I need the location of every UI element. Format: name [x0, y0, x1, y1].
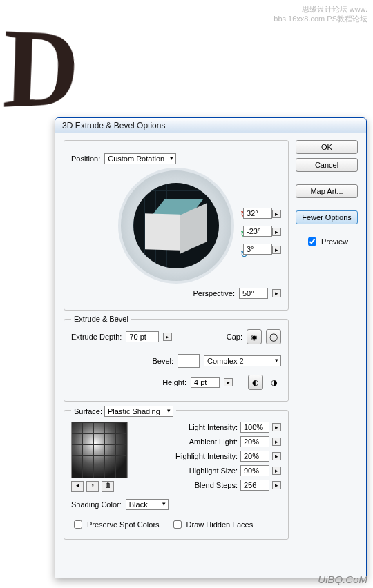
position-label: Position:: [71, 155, 100, 163]
shading-label: Shading Color:: [71, 500, 122, 509]
height-label: Height:: [162, 378, 186, 386]
rotation-preview[interactable]: [118, 168, 234, 284]
ambient-input[interactable]: 20%: [240, 436, 269, 447]
li-label: Light Intensity:: [189, 423, 238, 431]
light-intensity-input[interactable]: 100%: [240, 422, 269, 433]
depth-label: Extrude Depth:: [71, 333, 122, 341]
hli-label: Highlight Intensity:: [175, 452, 238, 460]
preserve-spot-checkbox[interactable]: Preserve Spot Colors: [71, 518, 160, 531]
bevel-out-button[interactable]: ◑: [267, 375, 281, 389]
fewer-options-button[interactable]: Fewer Options: [296, 210, 358, 224]
surface-legend: Surface: Plastic Shading: [71, 406, 176, 417]
rotate-x-input[interactable]: 32°: [243, 208, 272, 219]
light-swatch-area: ◂▫🗑: [71, 422, 128, 492]
bevel-select[interactable]: Complex 2: [204, 355, 281, 366]
dialog-3d-extrude: 3D Extrude & Bevel Options Position: Cus…: [55, 117, 367, 578]
perspective-label: Perspective:: [193, 289, 235, 297]
rx-stepper[interactable]: ▸: [272, 210, 281, 218]
rz-stepper[interactable]: ▸: [272, 246, 281, 254]
highlight-intensity-input[interactable]: 20%: [240, 451, 269, 462]
dialog-title: 3D Extrude & Bevel Options: [55, 118, 366, 133]
extrude-legend: Extrude & Bevel: [71, 315, 131, 323]
background-letter: D: [1, 1, 77, 133]
watermark-top-2: bbs.16xx8.com PS教程论坛: [274, 14, 367, 24]
amb-label: Ambient Light:: [189, 438, 238, 446]
position-group: Position: Custom Rotation ↻↻↻ 32°▸ -23°▸…: [64, 140, 289, 311]
light-sphere[interactable]: [71, 422, 128, 478]
extrude-group: Extrude & Bevel Extrude Depth: 70 pt ▸ C…: [64, 319, 289, 402]
preview-checkbox[interactable]: Preview: [296, 235, 358, 248]
blend-label: Blend Steps:: [195, 481, 238, 489]
light-back-button[interactable]: ◂: [71, 481, 84, 492]
shading-color-select[interactable]: Black: [126, 499, 169, 510]
light-delete-button[interactable]: 🗑: [102, 481, 114, 492]
bevel-preview: [178, 354, 200, 368]
height-input[interactable]: 4 pt: [191, 377, 220, 388]
light-new-button[interactable]: ▫: [86, 481, 99, 492]
cap-off-button[interactable]: ◯: [266, 329, 281, 344]
position-select[interactable]: Custom Rotation: [104, 153, 176, 164]
perspective-stepper[interactable]: ▸: [272, 289, 281, 297]
map-art-button[interactable]: Map Art...: [296, 184, 358, 198]
cap-label: Cap:: [227, 333, 242, 341]
bevel-label: Bevel:: [152, 357, 173, 365]
blend-steps-input[interactable]: 256: [240, 480, 269, 491]
li-stepper[interactable]: ▸: [272, 423, 281, 431]
rotate-y-input[interactable]: -23°: [243, 226, 272, 237]
hls-stepper[interactable]: ▸: [272, 467, 281, 475]
rotate-z-input[interactable]: 3°: [243, 244, 272, 255]
watermark-top-1: 思缘设计论坛 www.: [302, 4, 367, 14]
highlight-size-input[interactable]: 90%: [240, 465, 269, 476]
cancel-button[interactable]: Cancel: [296, 158, 358, 172]
footer-watermark: UiBQ.CoM: [318, 574, 367, 585]
ok-button[interactable]: OK: [296, 140, 358, 154]
hli-stepper[interactable]: ▸: [272, 452, 281, 460]
draw-hidden-checkbox[interactable]: Draw Hidden Faces: [171, 518, 254, 531]
cap-on-button[interactable]: ◉: [247, 329, 262, 344]
depth-input[interactable]: 70 pt: [126, 331, 159, 342]
ry-stepper[interactable]: ▸: [272, 228, 281, 236]
surface-select[interactable]: Plastic Shading: [104, 406, 173, 417]
blend-stepper[interactable]: ▸: [272, 481, 281, 489]
depth-stepper[interactable]: ▸: [163, 333, 172, 341]
amb-stepper[interactable]: ▸: [272, 438, 281, 446]
height-stepper[interactable]: ▸: [224, 378, 233, 386]
surface-group: Surface: Plastic Shading ◂▫🗑 Light Inten…: [64, 410, 289, 540]
perspective-input[interactable]: 50°: [239, 288, 268, 299]
bevel-in-button[interactable]: ◐: [248, 375, 263, 390]
hls-label: Highlight Size:: [189, 467, 238, 475]
